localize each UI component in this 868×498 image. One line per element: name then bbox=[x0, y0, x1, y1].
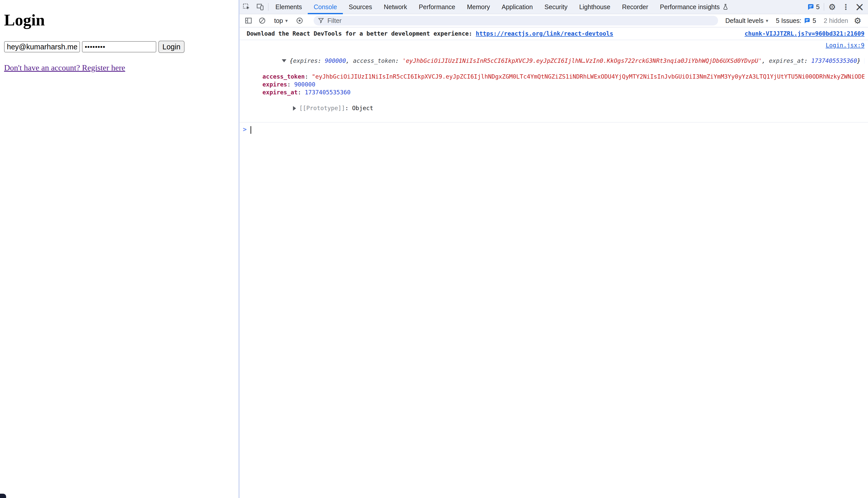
tab-elements[interactable]: Elements bbox=[270, 0, 308, 14]
token-str: 'eyJhbGciOiJIUzI1NiIsInR5cCI6IkpXVCJ9.ey… bbox=[403, 57, 762, 64]
issues-label: 5 Issues: bbox=[776, 17, 801, 24]
tab-console[interactable]: Console bbox=[308, 0, 343, 14]
close-icon: × bbox=[855, 1, 865, 12]
tab-label: Sources bbox=[349, 3, 372, 11]
property-key: expires_at bbox=[263, 89, 297, 96]
gear-icon: ⚙ bbox=[854, 16, 861, 26]
property-key: access_token bbox=[263, 73, 305, 80]
gear-icon: ⚙ bbox=[828, 2, 836, 12]
token-punct: : bbox=[804, 57, 811, 64]
object-expanded-props: access_token: "eyJhbGciOiJIUzI1NiIsInR5c… bbox=[247, 73, 865, 96]
tab-label: Recorder bbox=[622, 3, 648, 11]
tab-label: Performance bbox=[419, 3, 455, 11]
token-num: 900000 bbox=[325, 57, 346, 64]
text-cursor bbox=[251, 126, 251, 134]
devtools-tabs: ElementsConsoleSourcesNetworkPerformance… bbox=[270, 0, 735, 14]
token-key: access_token bbox=[353, 57, 395, 64]
property-value: 1737405535360 bbox=[305, 89, 350, 96]
chevron-down-icon: ▾ bbox=[285, 18, 288, 23]
devtools-tabbar: ElementsConsoleSourcesNetworkPerformance… bbox=[240, 0, 868, 14]
console-filter-input[interactable]: Filter bbox=[314, 16, 718, 25]
collapse-triangle-icon[interactable] bbox=[282, 59, 286, 62]
console-sidebar-toggle[interactable] bbox=[242, 17, 255, 24]
tab-lighthouse[interactable]: Lighthouse bbox=[573, 0, 616, 14]
tab-recorder[interactable]: Recorder bbox=[616, 0, 654, 14]
tab-security[interactable]: Security bbox=[539, 0, 573, 14]
source-location-link[interactable]: chunk-VIJJTZRL.js?v=960bd321:21609 bbox=[744, 30, 865, 37]
issues-bubble-icon bbox=[804, 17, 810, 24]
tab-application[interactable]: Application bbox=[496, 0, 539, 14]
console-settings-button[interactable]: ⚙ bbox=[851, 16, 865, 26]
filter-funnel-icon bbox=[318, 17, 324, 24]
react-devtools-link[interactable]: https://reactjs.org/link/react-devtools bbox=[476, 30, 613, 37]
console-message-text: Download the React DevTools for a better… bbox=[247, 30, 739, 37]
property-key: expires bbox=[263, 81, 287, 88]
tab-label: Memory bbox=[467, 3, 490, 11]
email-field[interactable] bbox=[4, 41, 80, 52]
tab-label: Lighthouse bbox=[579, 3, 610, 11]
prompt-chevron-icon: > bbox=[243, 126, 247, 133]
tab-performance-insights[interactable]: Performance insights bbox=[654, 0, 735, 14]
tab-sources[interactable]: Sources bbox=[343, 0, 378, 14]
toolbar-separator bbox=[824, 3, 824, 11]
message-bubble-icon bbox=[807, 3, 814, 10]
inspect-element-button[interactable] bbox=[240, 0, 253, 14]
object-property-expires: expires: 900000 bbox=[247, 81, 865, 89]
live-expression-button[interactable] bbox=[293, 17, 306, 24]
console-message-react-devtools: Download the React DevTools for a better… bbox=[240, 27, 868, 40]
device-toolbar-button[interactable] bbox=[253, 0, 267, 14]
expand-triangle-icon[interactable] bbox=[293, 106, 296, 110]
token-brace: } bbox=[857, 57, 860, 64]
console-message-object-log: Login.jsx:9 {expires: 900000, access_tok… bbox=[240, 40, 868, 122]
token-key: expires bbox=[293, 57, 318, 64]
issues-count: 5 bbox=[813, 17, 816, 24]
object-preview-line: {expires: 900000, access_token: 'eyJhbGc… bbox=[247, 49, 865, 73]
info-icon[interactable]: i bbox=[864, 57, 865, 65]
tab-memory[interactable]: Memory bbox=[461, 0, 496, 14]
toolbar-separator bbox=[268, 3, 269, 11]
token-punct: : bbox=[395, 57, 403, 64]
property-value: "eyJhbGciOiJIUzI1NiIsInR5cCI6IkpXVCJ9.ey… bbox=[312, 73, 865, 80]
console-prompt[interactable]: > bbox=[240, 122, 868, 136]
dev-overlay-badge[interactable] bbox=[0, 494, 6, 498]
block-slash-icon bbox=[258, 17, 266, 24]
tab-label: Network bbox=[384, 3, 407, 11]
register-link[interactable]: Don't have an account? Register here bbox=[4, 63, 125, 73]
browser-viewport: Login Login Don't have an account? Regis… bbox=[0, 0, 868, 498]
login-button[interactable]: Login bbox=[158, 41, 184, 53]
token-punct: : bbox=[318, 57, 325, 64]
hidden-messages-label[interactable]: 2 hidden bbox=[821, 17, 851, 24]
property-value: 900000 bbox=[294, 81, 315, 88]
context-label: top bbox=[274, 17, 283, 24]
message-count: 5 bbox=[816, 3, 820, 11]
tab-label: Console bbox=[314, 3, 337, 11]
filter-placeholder: Filter bbox=[327, 17, 342, 24]
eye-icon bbox=[296, 17, 303, 24]
source-location-link[interactable]: Login.jsx:9 bbox=[826, 42, 865, 49]
tab-network[interactable]: Network bbox=[378, 0, 413, 14]
object-prototype-line: [[Prototype]]: Object bbox=[247, 96, 865, 120]
page-title: Login bbox=[4, 11, 239, 29]
token-punct: , bbox=[762, 57, 769, 64]
clear-console-button[interactable] bbox=[255, 17, 269, 24]
login-page: Login Login Don't have an account? Regis… bbox=[0, 0, 239, 498]
devtools-panel: ElementsConsoleSourcesNetworkPerformance… bbox=[240, 0, 868, 498]
token-num: 1737405535360 bbox=[811, 57, 857, 64]
chevron-down-icon: ▾ bbox=[766, 18, 768, 23]
tab-label: Performance insights bbox=[660, 3, 720, 11]
log-levels-selector[interactable]: Default levels ▾ bbox=[723, 17, 771, 24]
devtools-close-button[interactable]: × bbox=[853, 0, 867, 14]
token-punct: , bbox=[346, 57, 353, 64]
devtools-menu-button[interactable]: ⋮ bbox=[839, 0, 853, 14]
tab-label: Elements bbox=[276, 3, 302, 11]
device-toolbar-icon bbox=[256, 3, 264, 11]
tab-performance[interactable]: Performance bbox=[413, 0, 461, 14]
object-property-access_token: access_token: "eyJhbGciOiJIUzI1NiIsInR5c… bbox=[247, 73, 865, 81]
devtools-settings-button[interactable]: ⚙ bbox=[825, 0, 839, 14]
levels-label: Default levels bbox=[725, 17, 763, 24]
object-property-expires_at: expires_at: 1737405535360 bbox=[247, 89, 865, 96]
context-selector[interactable]: top ▾ bbox=[272, 17, 290, 24]
password-field[interactable] bbox=[82, 41, 156, 52]
console-messages-button[interactable]: 5 bbox=[804, 0, 823, 14]
issues-counter[interactable]: 5 Issues: 5 bbox=[773, 17, 819, 24]
